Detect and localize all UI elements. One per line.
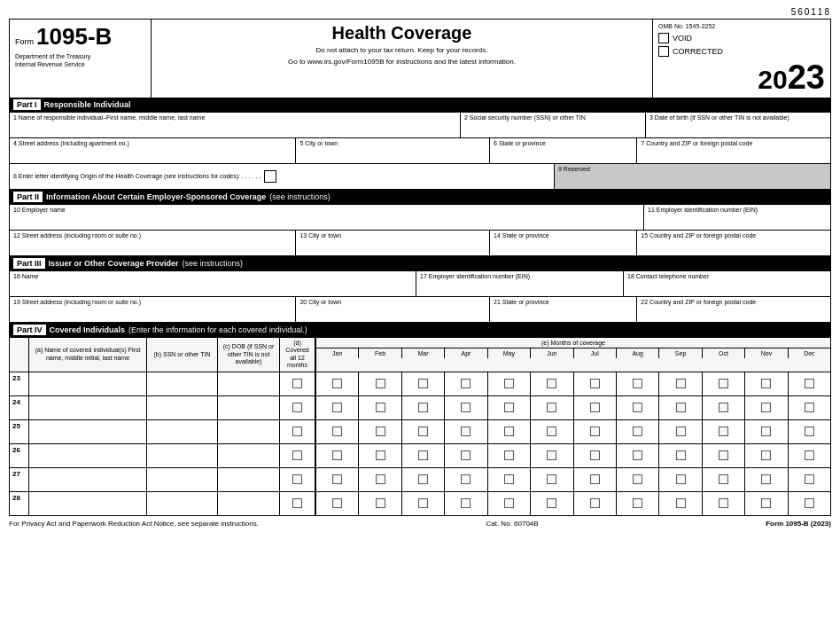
row23-feb[interactable] — [359, 372, 401, 395]
row27-aug[interactable] — [617, 468, 659, 491]
row23-nov[interactable] — [745, 372, 788, 395]
row27-feb[interactable] — [359, 468, 401, 491]
row26-dec[interactable] — [789, 444, 830, 467]
row24-may[interactable] — [488, 396, 531, 419]
row27-nov[interactable] — [745, 468, 788, 491]
row28-sep[interactable] — [659, 492, 702, 515]
row26-jul[interactable] — [574, 444, 617, 467]
row23-jan[interactable] — [315, 372, 359, 395]
row24-mar[interactable] — [402, 396, 445, 419]
row23-jun[interactable] — [531, 372, 573, 395]
corrected-checkbox[interactable] — [658, 46, 669, 57]
row26-jun[interactable] — [531, 444, 573, 467]
row24-apr[interactable] — [445, 396, 487, 419]
row23-mar[interactable] — [402, 372, 445, 395]
row25-jul[interactable] — [574, 420, 617, 443]
row28-jul[interactable] — [574, 492, 617, 515]
row26-mar[interactable] — [402, 444, 445, 467]
row25-sep[interactable] — [659, 420, 702, 443]
row27-may[interactable] — [488, 468, 531, 491]
row23-apr[interactable] — [445, 372, 487, 395]
row27-jun[interactable] — [531, 468, 573, 491]
row28-jun[interactable] — [531, 492, 573, 515]
row24-dec[interactable] — [789, 396, 830, 419]
row27-jan[interactable] — [315, 468, 359, 491]
row26-name[interactable] — [29, 444, 147, 467]
row25-nov[interactable] — [745, 420, 788, 443]
row26-apr[interactable] — [445, 444, 487, 467]
row27-oct[interactable] — [703, 468, 745, 491]
row27-covered[interactable] — [280, 468, 315, 491]
row25-may[interactable] — [488, 420, 531, 443]
row25-aug[interactable] — [617, 420, 659, 443]
row23-dec[interactable] — [789, 372, 830, 395]
row23-name[interactable] — [29, 372, 147, 395]
row25-jun[interactable] — [531, 420, 573, 443]
row25-mar[interactable] — [402, 420, 445, 443]
row27-dec[interactable] — [789, 468, 830, 491]
row25-ssn[interactable] — [147, 420, 218, 443]
row27-mar[interactable] — [402, 468, 445, 491]
row25-apr[interactable] — [445, 420, 487, 443]
row24-jun[interactable] — [531, 396, 573, 419]
row26-covered[interactable] — [280, 444, 315, 467]
row28-name[interactable] — [29, 492, 147, 515]
row26-oct[interactable] — [703, 444, 745, 467]
row26-nov[interactable] — [745, 444, 788, 467]
row28-dec[interactable] — [789, 492, 830, 515]
row28-ssn[interactable] — [147, 492, 218, 515]
row24-nov[interactable] — [745, 396, 788, 419]
row26-ssn[interactable] — [147, 444, 218, 467]
row26-dob[interactable] — [218, 444, 280, 467]
row27-ssn[interactable] — [147, 468, 218, 491]
row27-apr[interactable] — [445, 468, 487, 491]
row23-sep[interactable] — [659, 372, 702, 395]
row26-sep[interactable] — [659, 444, 702, 467]
row23-aug[interactable] — [617, 372, 659, 395]
row28-mar[interactable] — [402, 492, 445, 515]
row25-dec[interactable] — [789, 420, 830, 443]
row24-jul[interactable] — [574, 396, 617, 419]
row25-covered[interactable] — [280, 420, 315, 443]
row25-name[interactable] — [29, 420, 147, 443]
row24-feb[interactable] — [359, 396, 401, 419]
row24-name[interactable] — [29, 396, 147, 419]
row24-aug[interactable] — [617, 396, 659, 419]
void-checkbox[interactable] — [658, 33, 669, 43]
origin-checkbox[interactable] — [264, 170, 276, 183]
row28-feb[interactable] — [359, 492, 401, 515]
row24-sep[interactable] — [659, 396, 702, 419]
row28-may[interactable] — [488, 492, 531, 515]
row24-jan[interactable] — [315, 396, 359, 419]
row23-covered-checkbox[interactable] — [292, 379, 302, 388]
row25-feb[interactable] — [359, 420, 401, 443]
row28-apr[interactable] — [445, 492, 487, 515]
row26-jan[interactable] — [315, 444, 359, 467]
row27-name[interactable] — [29, 468, 147, 491]
row23-oct[interactable] — [703, 372, 745, 395]
row25-dob[interactable] — [218, 420, 280, 443]
row23-covered[interactable] — [280, 372, 315, 395]
row27-jul[interactable] — [574, 468, 617, 491]
row28-oct[interactable] — [703, 492, 745, 515]
row25-oct[interactable] — [703, 420, 745, 443]
row26-aug[interactable] — [617, 444, 659, 467]
row28-aug[interactable] — [617, 492, 659, 515]
row26-may[interactable] — [488, 444, 531, 467]
row28-covered[interactable] — [280, 492, 315, 515]
row23-jul[interactable] — [574, 372, 617, 395]
row23-may[interactable] — [488, 372, 531, 395]
row23-ssn[interactable] — [147, 372, 218, 395]
row24-covered[interactable] — [280, 396, 315, 419]
row26-feb[interactable] — [359, 444, 401, 467]
row28-dob[interactable] — [218, 492, 280, 515]
row24-ssn[interactable] — [147, 396, 218, 419]
row23-dob[interactable] — [218, 372, 280, 395]
row25-jan[interactable] — [315, 420, 359, 443]
row24-oct[interactable] — [703, 396, 745, 419]
row27-sep[interactable] — [659, 468, 702, 491]
row24-dob[interactable] — [218, 396, 280, 419]
row27-dob[interactable] — [218, 468, 280, 491]
row28-jan[interactable] — [315, 492, 359, 515]
row28-nov[interactable] — [745, 492, 788, 515]
